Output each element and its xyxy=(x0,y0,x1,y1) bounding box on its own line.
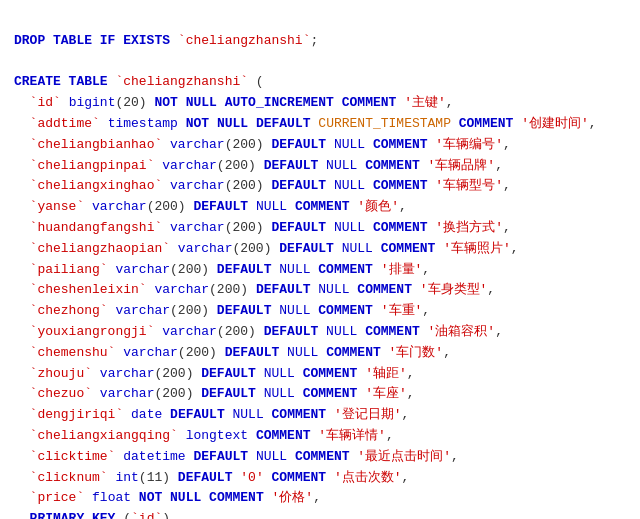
code-content: DROP TABLE IF EXISTS `cheliangzhanshi`; … xyxy=(14,10,626,519)
